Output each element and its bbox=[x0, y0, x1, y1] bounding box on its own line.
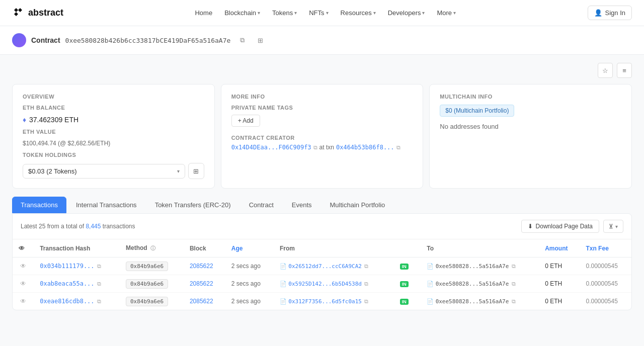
from-file-icon-1: 📄 bbox=[280, 281, 287, 287]
logo-icon bbox=[12, 7, 24, 19]
tab-multichain-portfolio[interactable]: Multichain Portfolio bbox=[321, 197, 394, 213]
download-icon: ⬇ bbox=[528, 223, 533, 230]
copy-hash-0[interactable]: ⧉ bbox=[97, 263, 101, 269]
nav-resources[interactable]: Resources ▾ bbox=[336, 6, 381, 20]
row-method-0: 0x84b9a6e6 bbox=[120, 257, 184, 275]
summary-prefix: Latest 25 from a total of bbox=[21, 223, 84, 230]
to-address-2: 0xee580828...5a516aA7e bbox=[436, 298, 509, 305]
token-holdings-label: TOKEN HOLDINGS bbox=[23, 152, 204, 158]
contract-header: Contract 0xee580828b426b6cc33817bCE419Da… bbox=[0, 26, 644, 55]
copy-from-0[interactable]: ⧉ bbox=[364, 263, 368, 269]
contract-address[interactable]: 0xee580828b426b6cc33817bCE419DaF65a516aA… bbox=[65, 37, 231, 44]
eth-icon: ♦ bbox=[23, 116, 26, 124]
filter-button[interactable]: ⊻ ▾ bbox=[603, 220, 623, 233]
copy-address-button[interactable]: ⧉ bbox=[235, 34, 249, 47]
hash-link-2[interactable]: 0xeae816cdb8... bbox=[40, 298, 94, 305]
copy-hash-1[interactable]: ⧉ bbox=[97, 281, 101, 287]
row-fee-2: 0.00000545 bbox=[580, 293, 631, 310]
tab-internal-transactions[interactable]: Internal Transactions bbox=[67, 197, 145, 213]
method-badge-2: 0x84b9a6e6 bbox=[126, 297, 168, 306]
token-holdings-select[interactable]: $0.03 (2 Tokens) ▾ bbox=[23, 164, 185, 179]
block-link-0[interactable]: 2085622 bbox=[190, 263, 213, 270]
row-hash-1: 0xab8eaca55a... ⧉ bbox=[34, 275, 120, 293]
th-hash: Transaction Hash bbox=[34, 239, 120, 257]
row-fee-0: 0.00000545 bbox=[580, 257, 631, 275]
to-address-1: 0xee580828...5a516aA7e bbox=[436, 281, 509, 287]
resources-chevron: ▾ bbox=[373, 10, 376, 16]
nav-home[interactable]: Home bbox=[190, 6, 217, 20]
amount-text-2: 0 ETH bbox=[545, 298, 562, 305]
direction-badge-1: IN bbox=[400, 281, 409, 287]
row-from-0: 📄 0x26512dd7...ccC6A9CA2 ⧉ bbox=[274, 257, 392, 275]
navbar: abstract Home Blockchain ▾ Tokens ▾ NFTs… bbox=[0, 0, 644, 26]
block-link-1[interactable]: 2085622 bbox=[190, 280, 213, 287]
direction-badge-2: IN bbox=[400, 299, 409, 305]
row-eye-0[interactable]: 👁 bbox=[13, 257, 34, 275]
table-toolbar: Latest 25 from a total of 8,445 transact… bbox=[13, 214, 631, 239]
table-header: 👁 Transaction Hash Method ⓘ Block Age bbox=[13, 239, 631, 257]
token-grid-button[interactable]: ⊞ bbox=[188, 163, 204, 179]
row-age-0: 2 secs ago bbox=[225, 257, 274, 275]
hash-link-1[interactable]: 0xab8eaca55a... bbox=[40, 280, 94, 287]
fee-text-1: 0.00000545 bbox=[586, 280, 617, 287]
nav-more[interactable]: More ▾ bbox=[432, 6, 461, 20]
copy-creator-icon[interactable]: ⧉ bbox=[313, 144, 317, 151]
tab-events[interactable]: Events bbox=[283, 197, 320, 213]
nav-developers[interactable]: Developers ▾ bbox=[383, 6, 430, 20]
row-block-2: 2085622 bbox=[184, 293, 225, 310]
copy-from-2[interactable]: ⧉ bbox=[364, 298, 368, 304]
list-button[interactable]: ≡ bbox=[617, 63, 632, 78]
grid-view-button[interactable]: ⊞ bbox=[254, 34, 267, 47]
copy-from-1[interactable]: ⧉ bbox=[364, 281, 368, 287]
add-private-tag-button[interactable]: + Add bbox=[231, 115, 260, 127]
from-link-1[interactable]: 0x5925D142...6b5D4538d bbox=[288, 281, 362, 287]
copy-to-0[interactable]: ⧉ bbox=[512, 263, 516, 269]
logo[interactable]: abstract bbox=[12, 7, 63, 19]
logo-text: abstract bbox=[28, 8, 63, 18]
nav-blockchain[interactable]: Blockchain ▾ bbox=[219, 6, 265, 20]
method-badge-1: 0x84b9a6e6 bbox=[126, 279, 168, 289]
row-from-1: 📄 0x5925D142...6b5D4538d ⧉ bbox=[274, 275, 392, 293]
from-link-2[interactable]: 0x312F7356...6d5fc0a15 bbox=[288, 298, 362, 305]
th-from: From bbox=[274, 239, 392, 257]
no-addresses-text: No addresses found bbox=[440, 123, 621, 130]
user-icon: 👤 bbox=[594, 9, 602, 17]
from-link-0[interactable]: 0x26512dd7...ccC6A9CA2 bbox=[288, 263, 362, 270]
tab-transactions[interactable]: Transactions bbox=[12, 197, 66, 213]
sign-in-button[interactable]: 👤 Sign In bbox=[588, 6, 632, 20]
tabs-row: Transactions Internal Transactions Token… bbox=[12, 197, 632, 213]
copy-hash-2[interactable]: ⧉ bbox=[97, 298, 101, 304]
creator-section: CONTRACT CREATOR 0x14D4DEaa...F06C909f3 … bbox=[231, 135, 413, 151]
eye-icon-0: 👁 bbox=[20, 263, 26, 270]
th-direction bbox=[392, 239, 421, 257]
row-eye-1[interactable]: 👁 bbox=[13, 275, 34, 293]
total-count[interactable]: 8,445 bbox=[86, 223, 101, 230]
nav-nfts[interactable]: NFTs ▾ bbox=[304, 6, 333, 20]
row-amount-1: 0 ETH bbox=[539, 275, 580, 293]
row-amount-2: 0 ETH bbox=[539, 293, 580, 310]
copy-txn-icon[interactable]: ⧉ bbox=[396, 144, 400, 151]
download-button[interactable]: ⬇ Download Page Data bbox=[521, 220, 599, 233]
nfts-chevron: ▾ bbox=[326, 10, 329, 16]
row-eye-2[interactable]: 👁 bbox=[13, 293, 34, 310]
creator-address-link[interactable]: 0x14D4DEaa...F06C909f3 bbox=[231, 144, 311, 151]
star-button[interactable]: ☆ bbox=[598, 63, 613, 78]
hash-link-0[interactable]: 0x034b111179... bbox=[40, 263, 94, 270]
row-fee-1: 0.00000545 bbox=[580, 275, 631, 293]
txn-address-link[interactable]: 0x464b53b86f8... bbox=[336, 144, 394, 151]
to-address-0: 0xee580828...5a516aA7e bbox=[436, 263, 509, 270]
row-direction-2: IN bbox=[392, 293, 421, 310]
multichain-badge[interactable]: $0 (Multichain Portfolio) bbox=[440, 105, 514, 117]
table-row: 👁 0xab8eaca55a... ⧉ 0x84b9a6e6 2085622 2… bbox=[13, 275, 631, 293]
to-file-icon-2: 📄 bbox=[427, 298, 434, 304]
more-info-title: More Info bbox=[231, 94, 413, 100]
row-hash-2: 0xeae816cdb8... ⧉ bbox=[34, 293, 120, 310]
tab-contract[interactable]: Contract bbox=[240, 197, 282, 213]
tab-token-transfers[interactable]: Token Transfers (ERC-20) bbox=[146, 197, 239, 213]
summary-suffix: transactions bbox=[103, 223, 135, 230]
copy-to-2[interactable]: ⧉ bbox=[512, 298, 516, 304]
block-link-2[interactable]: 2085622 bbox=[190, 298, 213, 305]
token-chevron: ▾ bbox=[177, 168, 180, 174]
nav-tokens[interactable]: Tokens ▾ bbox=[267, 6, 302, 20]
copy-to-1[interactable]: ⧉ bbox=[512, 281, 516, 287]
